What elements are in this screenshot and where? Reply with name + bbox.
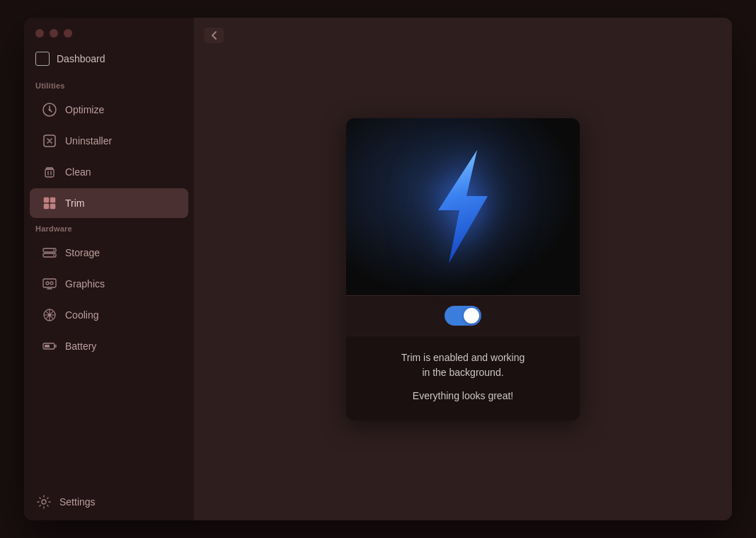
optimize-icon	[41, 101, 58, 118]
svg-rect-12	[43, 279, 56, 287]
close-button[interactable]	[35, 29, 44, 38]
dashboard-label: Dashboard	[57, 53, 105, 64]
uninstaller-icon	[41, 132, 58, 149]
svg-rect-18	[45, 345, 50, 348]
hardware-section-label: Hardware	[24, 219, 194, 237]
graphics-label: Graphics	[65, 278, 105, 290]
uninstaller-label: Uninstaller	[65, 135, 112, 147]
titlebar-buttons	[24, 18, 194, 46]
svg-rect-7	[50, 204, 55, 209]
sidebar-item-settings[interactable]: Settings	[24, 483, 194, 520]
lightning-bolt-icon	[424, 150, 502, 263]
settings-label: Settings	[59, 496, 96, 508]
trim-toggle[interactable]	[445, 306, 481, 326]
sidebar-item-battery[interactable]: Battery	[30, 331, 188, 361]
svg-point-16	[48, 314, 51, 316]
optimize-label: Optimize	[65, 104, 104, 115]
storage-icon	[41, 244, 58, 261]
sidebar-item-clean[interactable]: Clean	[30, 157, 188, 187]
dashboard-icon	[35, 52, 50, 66]
svg-point-14	[50, 282, 53, 285]
sidebar-item-optimize[interactable]: Optimize	[30, 95, 188, 125]
storage-label: Storage	[65, 247, 100, 258]
minimize-button[interactable]	[50, 29, 58, 38]
trim-status: Trim is enabled and working in the backg…	[346, 336, 580, 420]
main-content: Trim is enabled and working in the backg…	[194, 18, 732, 520]
svg-rect-6	[44, 204, 49, 209]
settings-icon	[35, 493, 52, 510]
svg-point-1	[49, 109, 51, 111]
trim-card-image	[346, 118, 580, 295]
graphics-icon	[41, 275, 58, 292]
trim-card: Trim is enabled and working in the backg…	[346, 118, 580, 420]
sidebar-item-cooling[interactable]: Cooling	[30, 300, 188, 330]
svg-point-13	[46, 282, 49, 285]
battery-label: Battery	[65, 340, 96, 352]
svg-rect-3	[45, 169, 54, 177]
cooling-icon	[41, 307, 58, 324]
sidebar: Dashboard Utilities Optimize Uni	[24, 18, 194, 520]
svg-point-19	[42, 500, 46, 504]
sidebar-item-uninstaller[interactable]: Uninstaller	[30, 126, 188, 156]
sidebar-item-trim[interactable]: Trim	[30, 188, 188, 218]
toggle-knob	[464, 308, 479, 324]
clean-icon	[41, 164, 58, 181]
svg-point-11	[53, 255, 55, 256]
maximize-button[interactable]	[64, 29, 72, 38]
app-window: Dashboard Utilities Optimize Uni	[24, 18, 732, 520]
trim-toggle-area	[346, 295, 580, 336]
sidebar-item-graphics[interactable]: Graphics	[30, 269, 188, 299]
sidebar-item-dashboard[interactable]: Dashboard	[24, 46, 194, 76]
svg-rect-5	[50, 198, 55, 202]
cooling-label: Cooling	[65, 309, 98, 321]
trim-icon	[41, 195, 58, 212]
sidebar-item-storage[interactable]: Storage	[30, 238, 188, 268]
svg-point-10	[53, 250, 55, 251]
trim-label: Trim	[65, 198, 84, 209]
status-line2: Everything looks great!	[363, 389, 563, 404]
battery-icon	[41, 338, 58, 355]
utilities-section-label: Utilities	[24, 76, 194, 94]
clean-label: Clean	[65, 166, 91, 178]
svg-rect-4	[44, 198, 49, 202]
back-button[interactable]	[204, 28, 224, 43]
status-line1: Trim is enabled and working in the backg…	[363, 350, 563, 380]
